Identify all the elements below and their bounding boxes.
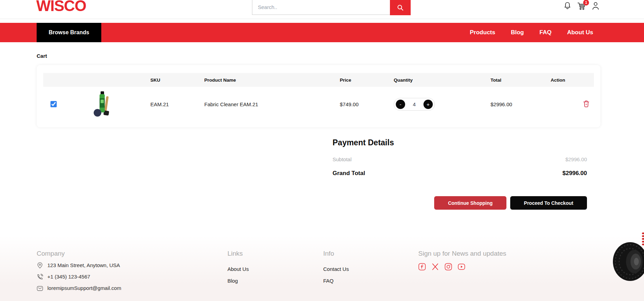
quantity-value: 4 [413,101,416,107]
footer-address-row: 123 Main Street, Anytown, USA [37,262,121,269]
footer-company-title: Company [37,250,121,257]
instagram-button[interactable] [445,263,452,271]
page: WISCO 1 [0,0,644,301]
grand-total-row: Grand Total $2996.00 [333,170,587,177]
logo[interactable]: WISCO [36,0,86,15]
product-image [93,91,111,118]
location-pin-icon [37,262,43,269]
facebook-button[interactable] [418,263,426,271]
payment-details-title: Payment Details [333,138,587,147]
footer-links-title: Links [227,250,249,257]
search-icon [397,4,404,11]
search-button[interactable] [390,0,411,15]
item-sku: EAM.21 [150,101,204,107]
tire-suspension-image [612,232,644,284]
x-icon [431,263,439,271]
grand-total-value: $2996.00 [562,170,587,177]
footer-email: loremipsumSupport@gmail.com [47,285,121,292]
footer: Company 123 Main Street, Anytown, USA +1… [0,235,644,301]
continue-shopping-button[interactable]: Continue Shopping [434,196,506,210]
footer-link-faq[interactable]: FAQ [323,277,349,284]
notifications-button[interactable] [563,1,571,10]
footer-newsletter-column: Sign up for News and updates [418,250,506,271]
footer-links-column: Links About Us Blog [227,250,249,284]
instagram-icon [445,263,452,271]
user-icon [592,1,599,10]
main-navbar: Browse Brands Products Blog FAQ About Us [0,23,644,42]
youtube-button[interactable] [458,263,465,271]
header-cell-price: Price [340,77,394,83]
header: WISCO 1 [0,0,644,19]
header-cell-sku: SKU [150,77,204,83]
quantity-stepper: - 4 + [394,98,435,111]
cart-card: SKU Product Name Price Quantity Total Ac… [37,65,600,127]
item-checkbox[interactable] [50,101,57,107]
facebook-icon [418,263,426,271]
header-cell-quantity: Quantity [394,77,491,83]
cart-table-header: SKU Product Name Price Quantity Total Ac… [43,73,594,87]
footer-phone: +1 (345) 123-4567 [47,273,90,280]
nav-links: Products Blog FAQ About Us [470,23,593,42]
footer-phone-row: +1 (345) 123-4567 [37,273,121,280]
nav-link-blog[interactable]: Blog [511,29,524,36]
remove-item-button[interactable] [583,100,590,108]
payment-buttons: Continue Shopping Proceed To Checkout [333,196,587,210]
footer-link-contact-us[interactable]: Contact Us [323,266,349,273]
youtube-icon [458,263,465,271]
nav-link-faq[interactable]: FAQ [540,29,552,36]
footer-address: 123 Main Street, Anytown, USA [47,262,120,269]
proceed-to-checkout-button[interactable]: Proceed To Checkout [510,196,587,210]
footer-newsletter-title: Sign up for News and updates [418,250,506,257]
item-price: $749.00 [340,101,394,107]
header-cell-action: Action [551,77,594,83]
social-icons-row [418,263,506,271]
subtotal-value: $2996.00 [565,156,587,162]
quantity-decrease-button[interactable]: - [396,100,405,109]
footer-company-column: Company 123 Main Street, Anytown, USA +1… [37,250,121,292]
header-cell-total: Total [491,77,551,83]
header-cell-product-name: Product Name [204,77,340,83]
footer-info-column: Info Contact Us FAQ [323,250,349,284]
phone-icon [37,274,43,280]
bell-icon [563,1,571,10]
footer-email-row: loremipsumSupport@gmail.com [37,285,121,292]
cart-button[interactable]: 1 [577,2,586,10]
quantity-increase-button[interactable]: + [423,100,433,109]
nav-link-about-us[interactable]: About Us [567,29,593,36]
cart-item-row: EAM.21 Fabric Cleaner EAM.21 $749.00 - 4… [43,87,594,121]
payment-details-section: Payment Details Subtotal $2996.00 Grand … [333,138,587,210]
item-name: Fabric Cleaner EAM.21 [204,101,340,107]
footer-info-title: Info [323,250,349,257]
grand-total-label: Grand Total [333,170,365,177]
nav-link-products[interactable]: Products [470,29,495,36]
email-icon [37,285,43,292]
trash-icon [583,100,590,108]
subtotal-label: Subtotal [333,156,352,162]
cart-section-title: Cart [37,53,47,59]
search-bar [252,0,411,15]
cart-badge: 1 [583,0,589,6]
item-total: $2996.00 [491,101,551,107]
account-button[interactable] [592,1,599,10]
x-button[interactable] [431,263,439,271]
browse-brands-button[interactable]: Browse Brands [37,23,101,42]
search-input[interactable] [252,0,390,15]
footer-link-about-us[interactable]: About Us [227,266,249,273]
footer-link-blog[interactable]: Blog [227,277,249,284]
subtotal-row: Subtotal $2996.00 [333,156,587,162]
